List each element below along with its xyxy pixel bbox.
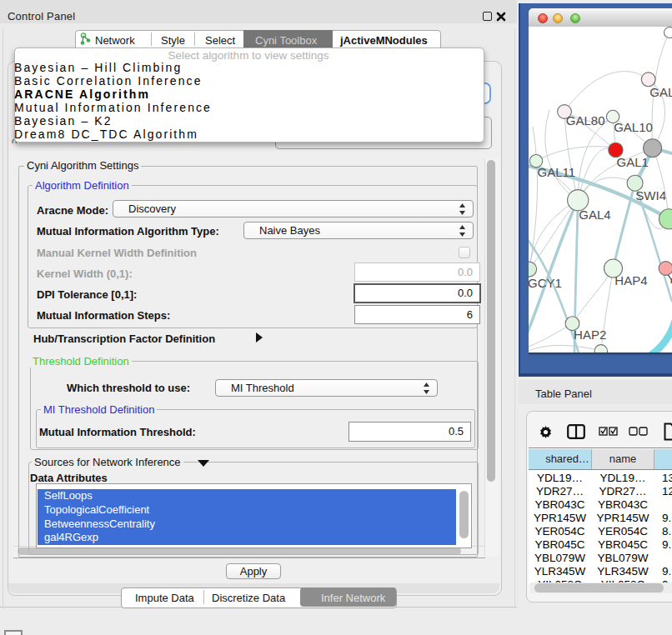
svg-text:HAP4: HAP4	[614, 273, 647, 288]
svg-text:Y: Y	[667, 272, 672, 286]
svg-text:GAL10: GAL10	[614, 120, 653, 134]
svg-text:GAL1: GAL1	[617, 155, 649, 169]
svg-text:GCY1: GCY1	[529, 276, 562, 290]
svg-text:GAL11: GAL11	[538, 165, 576, 179]
svg-text:GAL80: GAL80	[566, 113, 605, 128]
svg-text:SWI4: SWI4	[635, 188, 666, 202]
svg-text:GAL: GAL	[649, 85, 672, 99]
svg-text:GAL4: GAL4	[579, 208, 610, 222]
svg-text:HAP2: HAP2	[574, 328, 606, 342]
